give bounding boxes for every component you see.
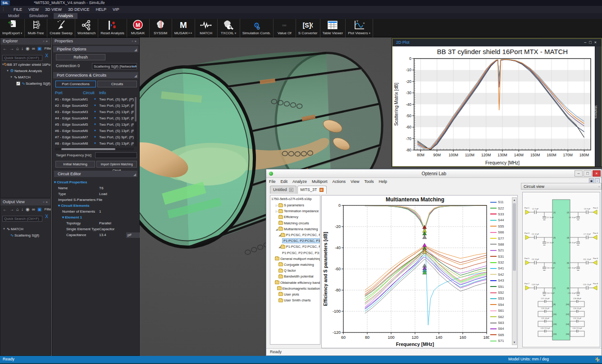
tab-close-icon[interactable]: ×	[319, 188, 324, 192]
optenni-menu-edit[interactable]: Edit	[281, 179, 288, 184]
multiantenna-plot-canvas[interactable]: 60801001201401601800-20-40-60-80-100-120…	[322, 196, 489, 348]
circuits-toggle[interactable]: Circuits	[97, 81, 137, 87]
property-value[interactable]: T6	[99, 186, 125, 190]
toolbar-button-musaik-[interactable]: MMUSAIK++	[172, 19, 195, 37]
optenni-menu-help[interactable]: Help	[379, 179, 387, 184]
optenni-menu-view[interactable]: View	[351, 179, 359, 184]
legend-item[interactable]: S77	[490, 235, 511, 241]
pipeline-options-section[interactable]: Pipeline Options◢	[53, 46, 138, 52]
close-icon[interactable]: ×	[46, 39, 49, 43]
property-group[interactable]: ▾ Circuit Elements	[54, 203, 139, 209]
menu-item-3d-view[interactable]: 3D VIEW	[45, 7, 62, 12]
legend-item[interactable]: S65	[490, 332, 511, 338]
clear-search-icon[interactable]: X	[45, 53, 48, 59]
optenni-tab-untitled[interactable]: Untitled×	[270, 186, 296, 194]
table-row[interactable]: #8 - Edge Source 8 ...M8▼Two Port, (S) 1…	[55, 140, 134, 146]
table-hscrollbar[interactable]	[55, 148, 134, 150]
optenni-tree-item[interactable]: Obtainable efficiency band...	[270, 279, 320, 285]
table-row[interactable]: #7 - Edge Source 7 ...M7▼Two Port, (S) 9…	[55, 134, 134, 140]
circuit-schematic-canvas[interactable]: Port 1C1: 9 pFC2: 10 pF[1]Port 2C3: 9 pF…	[523, 192, 600, 347]
optenni-tree-item[interactable]: Conjugate matching	[270, 262, 320, 268]
table-row[interactable]: #5 - Edge Source 5 ...M5▼Two Port, (S) 1…	[55, 121, 134, 127]
eye-icon[interactable]: ◉	[26, 207, 30, 212]
expander-icon[interactable]: ▾	[6, 69, 9, 73]
dropdown-icon[interactable]: ▼	[94, 136, 99, 138]
toolbar-button-table-viewer[interactable]: Table Viewer	[320, 19, 346, 37]
optenni-menu-multiport[interactable]: Multiport	[312, 179, 328, 184]
menu-item-help[interactable]: HELP	[96, 7, 107, 12]
scroll-down-icon[interactable]: ▼	[512, 340, 516, 345]
tree-item[interactable]: ∿Scattering S(j|f)	[0, 232, 50, 238]
legend-item[interactable]: S32	[490, 259, 511, 265]
explorer-search-input[interactable]	[2, 55, 42, 61]
property-group[interactable]: ▾ Element 1	[54, 214, 139, 220]
down-icon[interactable]: ↓	[21, 46, 23, 51]
close-icon[interactable]: ×	[594, 40, 599, 45]
toolbar-button-workbench[interactable]: Workbench	[75, 19, 98, 37]
maximize-icon[interactable]: □	[584, 170, 592, 177]
optenni-tree-item[interactable]: User plots	[270, 291, 320, 297]
home-icon[interactable]: ⌂	[16, 207, 19, 212]
table-row[interactable]: #4 - Edge Source 4 ...M4▼Two Port, (S) 1…	[55, 115, 134, 121]
toolbar-button-match[interactable]: MATCH	[195, 19, 218, 37]
toolbar-button-s-converter[interactable]: [S]S Converter	[296, 19, 320, 37]
expander-icon[interactable]: ◢	[278, 233, 281, 237]
optenni-tree-item[interactable]: Electromagnetic isolation	[270, 286, 320, 291]
expander-icon[interactable]: ◢	[278, 245, 281, 248]
match-plot-canvas[interactable]: 80M90M100M110M120M130M140M150M160M170M18…	[393, 47, 595, 166]
dropdown-icon[interactable]: ▼	[94, 104, 99, 107]
legend-item[interactable]: S44	[490, 217, 511, 223]
legend-item[interactable]: S62	[490, 314, 511, 319]
property-value[interactable]: 1	[99, 209, 125, 214]
home-icon[interactable]: ⌂	[16, 46, 19, 51]
legend-item[interactable]: S22	[490, 205, 511, 211]
legend-item[interactable]: S66	[490, 229, 511, 235]
property-value[interactable]: 13.4	[99, 233, 125, 237]
legend-item[interactable]: S31	[490, 254, 511, 259]
dropdown-icon[interactable]: ▼	[94, 123, 99, 126]
dropdown-icon[interactable]: ▼	[94, 98, 99, 100]
legend-item[interactable]: S41	[490, 265, 511, 271]
optenni-menu-analyze[interactable]: Analyze	[292, 179, 307, 184]
tree-item[interactable]: ✓∿Scattering S(j|f)	[0, 80, 50, 86]
close-icon[interactable]: ×	[134, 39, 138, 43]
property-value[interactable]: Parallel	[99, 221, 125, 225]
optenni-menu-tools[interactable]: Tools	[364, 179, 374, 184]
table-row[interactable]: #3 - Edge Source 3 ...M3▼Two Port, (S) 1…	[55, 109, 134, 115]
optenni-tree-item[interactable]: ◢P1:PCSC, P2:PCSC, P3...	[270, 232, 320, 238]
ribbon-tab-analysis[interactable]: Analysis	[54, 13, 78, 19]
markers-side-tab[interactable]: Markers	[595, 46, 602, 167]
minimize-icon[interactable]: –	[575, 170, 583, 177]
close-icon[interactable]: ×	[593, 170, 601, 177]
property-row[interactable]: TypeLoad	[54, 191, 139, 197]
expander-icon[interactable]: ▾	[2, 227, 6, 231]
property-row[interactable]: Single Element TypeCapacitor	[54, 226, 139, 232]
target-frequency-input[interactable]	[95, 152, 137, 158]
initial-matching-button[interactable]: Initial Matching	[55, 161, 95, 168]
tree-item[interactable]: ▾∿MATCH	[0, 74, 50, 80]
toolbar-button-txcoil[interactable]: TXCOIL ▾	[218, 19, 240, 37]
dropdown-icon[interactable]: ▼	[94, 129, 99, 132]
minimize-icon[interactable]: –	[584, 40, 589, 45]
port-connections-section[interactable]: Port Connections & Circuits◢	[53, 72, 138, 78]
table-row[interactable]: #2 - Edge Source 2 ...M2▼Two Port, (S) 1…	[55, 102, 134, 109]
expander-icon[interactable]: ▷	[275, 209, 278, 213]
toolbar-button-syssim[interactable]: SYSSIM	[150, 19, 172, 37]
optenni-tree-item[interactable]: ▷Termination impedance	[270, 208, 320, 214]
legend-item[interactable]: S43	[490, 278, 511, 283]
eye-icon[interactable]: ◉	[26, 46, 30, 51]
property-row[interactable]: TopologyParallel	[54, 220, 139, 226]
legend-item[interactable]: S11	[490, 199, 511, 205]
2d-plot-titlebar[interactable]: 2D Plot	[392, 39, 602, 46]
menu-item-vip[interactable]: VIP	[113, 7, 119, 12]
toolbar-button-simulation-comb-[interactable]: ⚙⚙Simulation Comb.	[240, 19, 274, 37]
filter-box-icon[interactable]: ▣	[37, 207, 41, 212]
property-group[interactable]: ▾ Circuit Properties	[54, 179, 139, 185]
tree-root-item[interactable]: 1750-5eb5-c27f-c045.s16p	[270, 196, 320, 202]
forward-icon[interactable]: →	[9, 207, 14, 212]
toolbar-button-create-sweep[interactable]: Create Sweep	[47, 19, 75, 37]
legend-item[interactable]: S55	[490, 223, 511, 229]
optenni-titlebar[interactable]: Optenni Lab	[266, 169, 602, 178]
legend-item[interactable]: S61	[490, 308, 511, 314]
back-icon[interactable]: ←	[3, 46, 7, 51]
